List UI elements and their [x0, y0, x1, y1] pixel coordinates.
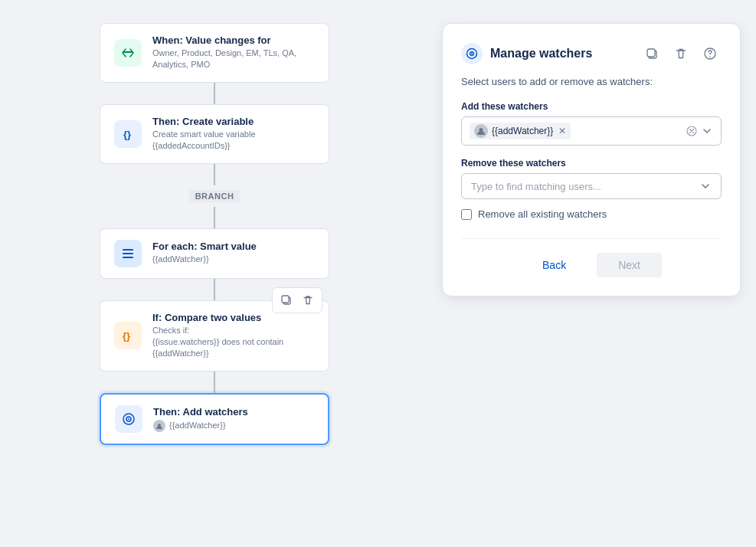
add-watchers-card[interactable]: Then: Add watchers {{addWatcher}} — [100, 393, 329, 445]
remove-all-label[interactable]: Remove all existing watchers — [478, 208, 607, 220]
foreach-card-title: For each: Smart value — [152, 241, 315, 252]
svg-rect-2 — [123, 249, 133, 251]
svg-rect-3 — [123, 253, 133, 254]
variable-card-subtitle1: Create smart value variable — [152, 129, 315, 140]
when-card-title: When: Value changes for — [152, 34, 315, 46]
svg-rect-6 — [282, 296, 289, 303]
svg-point-14 — [471, 53, 473, 54]
clear-btn[interactable] — [686, 125, 698, 137]
remove-watchers-dropdown[interactable]: Type to find matching users... — [461, 173, 722, 199]
if-card-title: If: Compare two values — [152, 312, 315, 323]
panel-watch-icon — [461, 43, 483, 64]
remove-watchers-label: Remove these watchers — [461, 158, 722, 169]
workflow-area: When: Value changes for Owner, Product, … — [0, 0, 429, 547]
copy-action-btn[interactable] — [277, 291, 296, 310]
delete-action-btn[interactable] — [299, 291, 317, 310]
add-watchers-label: Add these watchers — [461, 101, 722, 112]
connector-2 — [214, 164, 215, 185]
foreach-icon — [114, 240, 142, 267]
chevron-down-btn[interactable] — [701, 125, 713, 137]
connector-1 — [214, 83, 215, 104]
add-watchers-title: Then: Add watchers — [153, 406, 314, 418]
tag-remove-btn[interactable]: ✕ — [558, 126, 566, 136]
panel-title-group: Manage watchers — [461, 43, 592, 64]
variable-card-title: Then: Create variable — [152, 116, 315, 127]
connector-4 — [214, 279, 215, 300]
svg-point-18 — [709, 57, 711, 58]
foreach-card-content: For each: Smart value {{addWatcher}} — [152, 241, 315, 265]
tag-avatar — [474, 124, 488, 138]
when-card-subtitle: Owner, Product, Design, EM, TLs, QA, Ana… — [152, 47, 315, 71]
variable-icon: {} — [114, 120, 142, 148]
create-variable-card[interactable]: {} Then: Create variable Create smart va… — [100, 104, 329, 164]
svg-text:{}: {} — [123, 330, 130, 342]
panel-icons — [640, 42, 722, 65]
for-each-card[interactable]: For each: Smart value {{addWatcher}} — [100, 228, 329, 279]
watchers-card-icon — [115, 405, 142, 433]
variable-card-subtitle2: {{addedAccountIDs}} — [152, 140, 315, 152]
back-button[interactable]: Back — [521, 253, 587, 277]
remove-all-checkbox[interactable] — [461, 209, 472, 220]
add-watcher-tag[interactable]: {{addWatcher}} ✕ — [470, 123, 571, 139]
panel-header: Manage watchers — [461, 42, 722, 65]
when-card-content: When: Value changes for Owner, Product, … — [152, 34, 315, 71]
panel-help-btn[interactable] — [699, 42, 722, 65]
remove-dropdown-chevron[interactable] — [699, 180, 712, 192]
watcher-avatar-small — [153, 420, 165, 432]
if-card-subtitle2: {{issue.watchers}} does not contain — [152, 336, 315, 348]
connector-3 — [214, 207, 215, 228]
if-icon: {} — [114, 322, 142, 349]
if-card-content: If: Compare two values Checks if: {{issu… — [152, 312, 315, 360]
tag-input-controls — [686, 125, 713, 137]
svg-point-10 — [128, 418, 129, 420]
svg-rect-4 — [123, 257, 133, 258]
next-button[interactable]: Next — [597, 253, 662, 277]
connector-5 — [214, 372, 215, 393]
variable-card-content: Then: Create variable Create smart value… — [152, 116, 315, 152]
panel-delete-btn[interactable] — [669, 42, 692, 65]
branch-label: BRANCH — [189, 190, 241, 202]
add-watchers-subtitle: {{addWatcher}} — [169, 420, 226, 431]
panel-title: Manage watchers — [490, 47, 592, 61]
panel-description: Select users to add or remove as watcher… — [461, 76, 722, 87]
add-watchers-input[interactable]: {{addWatcher}} ✕ — [461, 116, 722, 146]
svg-rect-16 — [647, 49, 655, 57]
remove-watchers-placeholder: Type to find matching users... — [471, 181, 601, 192]
manage-watchers-panel: Manage watchers — [442, 23, 741, 296]
card-actions — [272, 287, 322, 313]
panel-footer: Back Next — [461, 238, 722, 277]
when-value-changes-card[interactable]: When: Value changes for Owner, Product, … — [100, 23, 329, 83]
if-card-subtitle1: Checks if: — [152, 325, 315, 336]
if-compare-card[interactable]: {} If: Compare two values Checks if: {{i… — [100, 300, 329, 372]
add-watchers-content: Then: Add watchers {{addWatcher}} — [153, 406, 314, 432]
if-card-subtitle3: {{addWatcher}} — [152, 348, 315, 359]
panel-copy-btn[interactable] — [640, 42, 663, 65]
when-icon — [114, 39, 142, 67]
remove-all-row: Remove all existing watchers — [461, 208, 722, 220]
svg-text:{}: {} — [123, 129, 131, 140]
tag-text: {{addWatcher}} — [492, 126, 553, 136]
foreach-card-subtitle: {{addWatcher}} — [152, 254, 315, 265]
